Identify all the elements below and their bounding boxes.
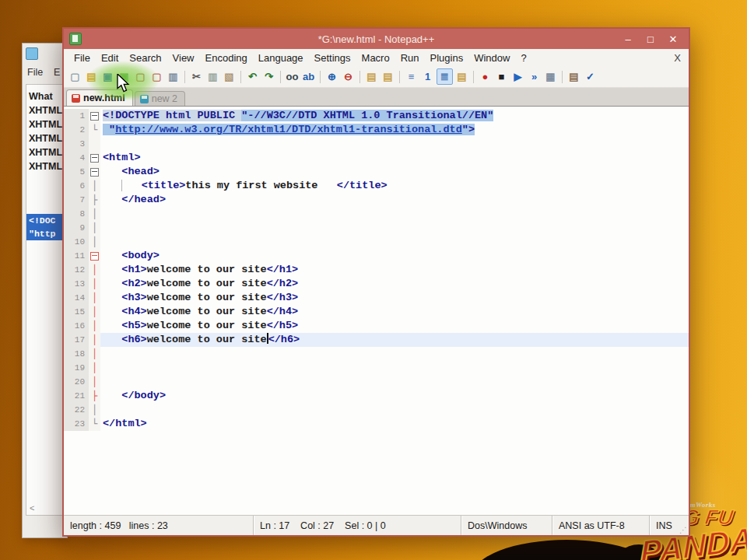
menu-item-help[interactable]: ? bbox=[515, 52, 531, 64]
fold-margin[interactable]: │ bbox=[89, 333, 100, 347]
background-window-menu[interactable]: File E bbox=[27, 67, 60, 78]
code-line[interactable]: "http://www.w3.org/TR/xhtml1/DTD/xhtml1-… bbox=[100, 123, 689, 137]
code-segment: </h1> bbox=[267, 264, 299, 275]
code-line[interactable]: <h1>welcome to our site</h1> bbox=[100, 263, 689, 277]
zoom-in-icon[interactable]: ⊕ bbox=[324, 69, 339, 84]
code-line[interactable] bbox=[100, 347, 689, 361]
fold-margin[interactable]: │ bbox=[89, 403, 100, 417]
code-line[interactable] bbox=[100, 137, 689, 151]
resize-grip[interactable]: ⋰ bbox=[679, 526, 687, 534]
indent-guide-icon[interactable]: 1 bbox=[420, 69, 435, 84]
code-line[interactable]: <title>this my first website </title> bbox=[100, 179, 689, 193]
code-line[interactable]: <html> bbox=[100, 151, 689, 165]
menu-item-macro[interactable]: Macro bbox=[356, 52, 395, 64]
code-segment: <title> bbox=[142, 180, 186, 191]
fold-collapse-icon[interactable] bbox=[90, 112, 99, 121]
fold-margin[interactable]: ├ bbox=[89, 389, 100, 403]
code-line[interactable]: <h4>welcome to our site</h4> bbox=[100, 305, 689, 319]
fold-margin[interactable]: │ bbox=[89, 263, 100, 277]
show-all-characters-icon[interactable]: ≡ bbox=[404, 69, 419, 84]
code-line[interactable]: <head> bbox=[100, 165, 689, 179]
fold-margin[interactable]: │ bbox=[89, 347, 100, 361]
code-line[interactable]: </head> bbox=[100, 193, 689, 207]
menu-item-window[interactable]: Window bbox=[468, 52, 515, 64]
code-line[interactable] bbox=[100, 235, 689, 249]
post-it-icon[interactable]: ▤ bbox=[381, 69, 395, 84]
scroll-left-arrow[interactable]: < bbox=[30, 503, 34, 513]
fold-margin[interactable]: │ bbox=[89, 361, 100, 375]
replace-icon[interactable]: ab bbox=[301, 69, 316, 84]
line-number: 18 bbox=[64, 347, 89, 361]
document-map-icon[interactable]: ▤ bbox=[454, 69, 469, 84]
zoom-out-icon[interactable]: ⊖ bbox=[341, 69, 356, 84]
fold-margin[interactable] bbox=[89, 249, 100, 263]
code-line[interactable]: <h5>welcome to our site</h5> bbox=[100, 319, 689, 333]
start-recording-icon[interactable]: ● bbox=[478, 69, 493, 84]
menu-item-encoding[interactable]: Encoding bbox=[200, 52, 253, 64]
menu-item-run[interactable]: Run bbox=[395, 52, 425, 64]
fold-margin[interactable]: │ bbox=[89, 179, 100, 193]
code-segment: <h4> bbox=[121, 306, 146, 317]
new-file-icon[interactable]: ▢ bbox=[68, 69, 82, 84]
code-line[interactable] bbox=[100, 361, 689, 375]
fold-margin[interactable]: │ bbox=[89, 305, 100, 319]
code-line[interactable]: <!DOCTYPE html PUBLIC "-//W3C//DTD XHTML… bbox=[100, 109, 689, 123]
save-macro-icon[interactable]: ▦ bbox=[543, 69, 558, 84]
paste-icon[interactable]: ▧ bbox=[222, 69, 237, 84]
background-window[interactable]: File E WhatXHTMLXHTMLXHTMLXHTMLXHTML <!D… bbox=[22, 43, 68, 538]
menubar-close-icon[interactable]: X bbox=[674, 52, 681, 64]
maximize-button[interactable]: □ bbox=[643, 33, 658, 45]
code-line[interactable]: </html> bbox=[100, 417, 689, 431]
minimize-button[interactable]: – bbox=[620, 33, 636, 45]
menu-item-language[interactable]: Language bbox=[253, 52, 309, 64]
code-line[interactable] bbox=[100, 207, 689, 221]
code-line[interactable] bbox=[100, 403, 689, 417]
spell-check-icon[interactable]: ✓ bbox=[583, 69, 598, 84]
fold-margin[interactable]: ├ bbox=[89, 193, 100, 207]
cut-icon[interactable]: ✂ bbox=[189, 69, 204, 84]
fold-margin[interactable]: │ bbox=[89, 375, 100, 389]
fold-collapse-icon[interactable] bbox=[90, 154, 99, 163]
restore-fullscreen-icon[interactable]: ▤ bbox=[364, 69, 379, 84]
fold-margin[interactable] bbox=[89, 151, 100, 165]
fold-margin[interactable] bbox=[89, 165, 100, 179]
fold-margin[interactable]: │ bbox=[89, 221, 100, 235]
playback-icon[interactable]: ▶ bbox=[510, 69, 525, 84]
close-button[interactable]: ✕ bbox=[665, 33, 681, 45]
fold-margin[interactable]: │ bbox=[89, 235, 100, 249]
fold-margin[interactable]: │ bbox=[89, 319, 100, 333]
code-editor[interactable]: 1<!DOCTYPE html PUBLIC "-//W3C//DTD XHTM… bbox=[64, 107, 689, 515]
fold-collapse-icon[interactable] bbox=[90, 168, 99, 177]
code-line[interactable]: <body> bbox=[100, 249, 689, 263]
fold-line: │ bbox=[92, 347, 97, 361]
menu-item-file[interactable]: File bbox=[68, 52, 96, 64]
fold-margin[interactable]: └ bbox=[89, 123, 100, 137]
function-list-icon[interactable]: ≣ bbox=[437, 68, 453, 85]
menu-item-view[interactable]: View bbox=[167, 52, 200, 64]
fold-collapse-icon[interactable] bbox=[90, 252, 99, 261]
fold-margin[interactable]: │ bbox=[89, 291, 100, 305]
fold-margin[interactable]: │ bbox=[89, 207, 100, 221]
code-line[interactable] bbox=[100, 221, 689, 235]
code-line[interactable]: </body> bbox=[100, 389, 689, 403]
code-line[interactable]: <h3>welcome to our site</h3> bbox=[100, 291, 689, 305]
redo-icon[interactable]: ↷ bbox=[261, 69, 276, 84]
title-bar[interactable]: *G:\new.html - Notepad++ – □ ✕ bbox=[64, 29, 689, 49]
code-line[interactable]: <h6>welcome to our site</h6> bbox=[100, 333, 689, 347]
find-icon[interactable]: oo bbox=[285, 69, 300, 84]
stop-recording-icon[interactable]: ■ bbox=[494, 69, 509, 84]
menu-item-plugins[interactable]: Plugins bbox=[425, 52, 469, 64]
print-icon[interactable]: ▥ bbox=[166, 69, 181, 84]
run-macro-multiple-icon[interactable]: » bbox=[527, 69, 542, 84]
fold-margin[interactable]: │ bbox=[89, 277, 100, 291]
fold-margin[interactable] bbox=[89, 109, 100, 123]
fold-margin[interactable]: └ bbox=[89, 417, 100, 431]
undo-icon[interactable]: ↶ bbox=[245, 69, 260, 84]
code-line[interactable]: <h2>welcome to our site</h2> bbox=[100, 277, 689, 291]
line-number: 1 bbox=[64, 109, 89, 123]
code-line[interactable] bbox=[100, 375, 689, 389]
copy-icon[interactable]: ▥ bbox=[205, 69, 220, 84]
fold-margin[interactable] bbox=[89, 137, 100, 151]
menu-item-settings[interactable]: Settings bbox=[309, 52, 356, 64]
doc-switcher-icon[interactable]: ▤ bbox=[566, 69, 581, 84]
